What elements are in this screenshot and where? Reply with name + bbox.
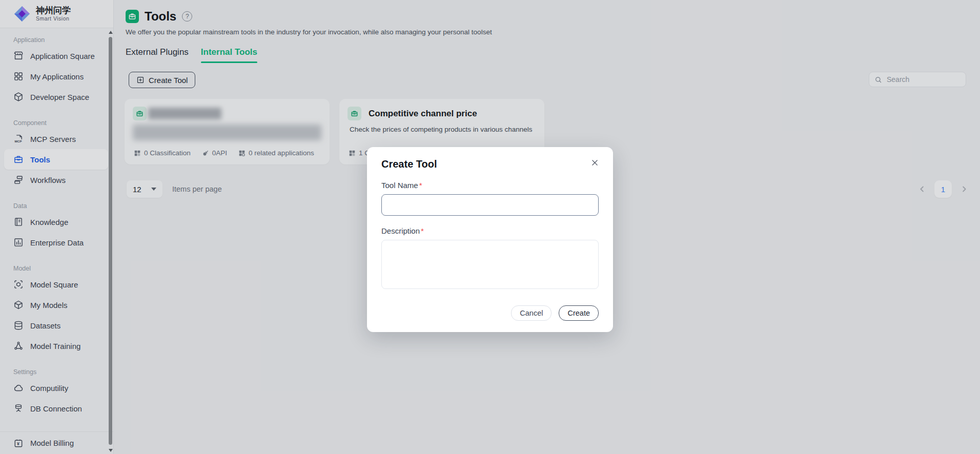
description-textarea[interactable] — [381, 240, 599, 289]
tool-name-input[interactable] — [381, 194, 599, 216]
app-root: 神州问学 Smart Vision Application Applicatio… — [0, 0, 980, 454]
close-icon[interactable] — [590, 158, 601, 169]
required-asterisk: * — [421, 226, 424, 235]
create-button[interactable]: Create — [559, 305, 599, 321]
cancel-button[interactable]: Cancel — [511, 305, 552, 321]
modal-actions: Cancel Create — [381, 305, 599, 321]
tool-name-label-text: Tool Name — [381, 181, 418, 190]
description-label-text: Description — [381, 226, 420, 235]
tool-name-label: Tool Name* — [381, 181, 599, 190]
required-asterisk: * — [419, 181, 422, 190]
create-tool-modal: Create Tool Tool Name* Description* Canc… — [367, 147, 613, 332]
description-label: Description* — [381, 226, 599, 235]
modal-title: Create Tool — [381, 158, 599, 170]
